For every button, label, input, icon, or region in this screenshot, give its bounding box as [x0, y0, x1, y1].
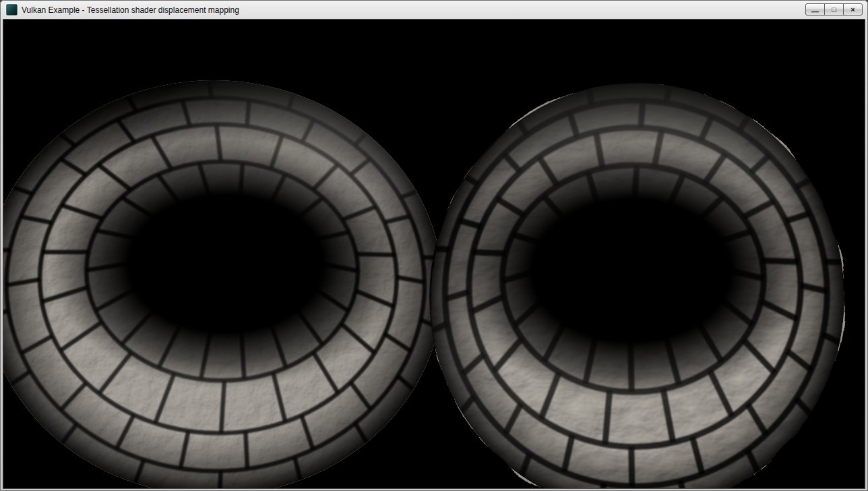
window-title: Vulkan Example - Tessellation shader dis…: [22, 5, 239, 15]
minimize-icon: —: [811, 7, 819, 16]
minimize-button[interactable]: —: [805, 3, 825, 16]
window-controls: — □ ×: [806, 3, 863, 16]
viewport[interactable]: [3, 20, 865, 488]
maximize-icon: □: [832, 5, 836, 13]
close-icon: ×: [850, 5, 855, 13]
app-window: Vulkan Example - Tessellation shader dis…: [0, 0, 868, 491]
maximize-button[interactable]: □: [824, 3, 844, 16]
close-button[interactable]: ×: [843, 3, 863, 16]
app-icon: [6, 4, 18, 16]
titlebar[interactable]: Vulkan Example - Tessellation shader dis…: [0, 0, 868, 20]
render-canvas[interactable]: [3, 20, 865, 488]
